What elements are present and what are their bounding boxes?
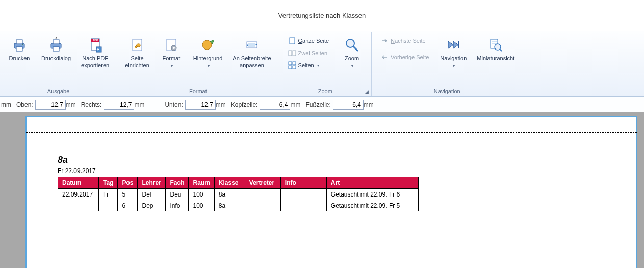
two-pages-button[interactable]: Zwei Seiten xyxy=(286,47,332,59)
page-wrench-icon xyxy=(129,37,145,53)
two-pages-label: Zwei Seiten xyxy=(298,50,328,56)
table-cell: Del xyxy=(138,189,166,200)
pages-dropdown[interactable]: Seiten ▾ xyxy=(286,60,332,71)
svg-rect-19 xyxy=(290,38,295,44)
print-dialog-button[interactable]: ? Druckdialog xyxy=(38,34,74,65)
table-cell: 6 xyxy=(118,200,138,211)
print-button[interactable]: Drucken xyxy=(4,34,35,65)
chevron-down-icon: ▾ xyxy=(171,64,173,68)
margin-footer-input[interactable] xyxy=(333,100,364,110)
svg-rect-25 xyxy=(293,66,296,69)
svg-rect-2 xyxy=(16,47,22,51)
window-title: Vertretungsliste nach Klassen xyxy=(278,12,366,19)
left-unit-fragment: mm xyxy=(1,101,11,108)
table-cell xyxy=(280,189,326,200)
table-header: Lehrer xyxy=(138,177,166,189)
table-header: Klasse xyxy=(214,177,245,189)
printer-question-icon: ? xyxy=(48,37,64,53)
ribbon: Drucken ? Druckdialog PDF Nach PDF expor… xyxy=(0,31,644,97)
prev-page-label: Vorherige Seite xyxy=(391,54,429,60)
arrow-left-icon xyxy=(380,53,389,61)
thumbnail-icon xyxy=(487,37,504,53)
next-page-button[interactable]: Nächste Seite xyxy=(378,35,431,46)
chevron-down-icon: ▾ xyxy=(317,63,319,68)
ribbon-group-zoom: Ganze Seite /*placeholder*/ Zwei Seiten … xyxy=(279,32,372,96)
svg-rect-20 xyxy=(289,51,292,56)
pdf-icon: PDF xyxy=(87,37,104,53)
margin-header-label: Kopfzeile: xyxy=(231,101,258,108)
svg-line-33 xyxy=(500,49,502,51)
window-title-bar: Vertretungsliste nach Klassen xyxy=(0,0,644,31)
table-cell: 5 xyxy=(118,189,138,200)
svg-point-3 xyxy=(22,44,23,45)
margin-right-label: Rechts: xyxy=(81,101,102,108)
ribbon-group-output: Drucken ? Druckdialog PDF Nach PDF expor… xyxy=(0,32,117,96)
paint-icon xyxy=(200,37,216,53)
table-cell xyxy=(99,200,118,211)
table-cell: Info xyxy=(166,200,189,211)
svg-rect-30 xyxy=(492,41,497,42)
page-single-icon xyxy=(288,37,296,45)
table-cell: Getauscht mit 22.09. Fr 5 xyxy=(326,200,418,211)
page-grid-icon xyxy=(288,61,296,69)
svg-rect-6 xyxy=(53,47,59,51)
background-button[interactable]: Hintergrund▾ xyxy=(190,34,226,72)
table-cell: 100 xyxy=(189,200,214,211)
table-cell xyxy=(280,200,326,211)
whole-page-button[interactable]: Ganze Seite /*placeholder*/ xyxy=(286,35,332,46)
table-header: Pos xyxy=(118,177,138,189)
fit-width-icon xyxy=(244,37,260,53)
table-header: Art xyxy=(326,177,418,189)
thumbnails-button[interactable]: Miniaturansicht xyxy=(473,34,518,65)
next-page-label: Nächste Seite xyxy=(391,38,426,44)
table-header: Fach xyxy=(166,177,189,189)
chevron-down-icon: ▾ xyxy=(208,64,210,68)
table-cell xyxy=(245,189,280,200)
page-double-icon xyxy=(288,49,296,57)
substitution-table: DatumTagPosLehrerFachRaumKlasseVertreter… xyxy=(58,177,419,211)
export-pdf-button[interactable]: PDF Nach PDF exportieren xyxy=(78,34,113,72)
margins-toolbar: mm Oben: mm Rechts: mm Unten: mm Kopfzei… xyxy=(0,97,644,112)
table-header: Raum xyxy=(189,177,214,189)
format-button[interactable]: Format▾ xyxy=(156,34,187,72)
svg-rect-18 xyxy=(248,43,255,47)
table-cell: Dep xyxy=(138,200,166,211)
svg-point-15 xyxy=(173,47,175,49)
table-cell xyxy=(245,200,280,211)
ribbon-group-label: Zoom xyxy=(284,87,368,95)
prev-page-button[interactable]: Vorherige Seite xyxy=(378,52,431,63)
fit-width-button[interactable]: An Seitenbreite anpassen xyxy=(229,34,274,72)
page-setup-button[interactable]: Seite einrichten xyxy=(121,34,153,72)
margin-right-input[interactable] xyxy=(104,100,134,110)
zoom-dialog-launcher[interactable]: ◢ xyxy=(363,88,370,95)
table-cell: 8a xyxy=(214,200,245,211)
table-cell: Deu xyxy=(166,189,189,200)
arrow-right-icon xyxy=(380,37,389,45)
margin-bottom-label: Unten: xyxy=(165,101,183,108)
table-cell: 22.09.2017 xyxy=(58,189,99,200)
preview-workspace: 8a Fr 22.09.2017 DatumTagPosLehrerFachRa… xyxy=(0,112,644,268)
page-gear-icon xyxy=(163,37,179,53)
margin-bottom-input[interactable] xyxy=(185,100,216,110)
svg-text:?: ? xyxy=(54,37,58,41)
ribbon-group-format: Seite einrichten Format▾ Hintergrund▾ An… xyxy=(117,32,279,96)
svg-rect-22 xyxy=(289,62,292,65)
table-cell: Fr xyxy=(99,189,118,200)
svg-line-27 xyxy=(353,46,357,51)
margin-top-input[interactable] xyxy=(35,100,66,110)
ribbon-group-label: Format xyxy=(121,87,274,95)
table-row: 6DepInfo1008aGetauscht mit 22.09. Fr 5 xyxy=(58,200,419,211)
margin-footer-label: Fußzeile: xyxy=(305,101,330,108)
zoom-button[interactable]: Zoom▾ xyxy=(337,34,367,72)
svg-rect-23 xyxy=(293,62,296,65)
table-cell xyxy=(58,200,99,211)
table-header: Datum xyxy=(58,177,99,189)
margin-top-label: Oben: xyxy=(16,101,33,108)
svg-rect-21 xyxy=(293,51,296,56)
navigation-button[interactable]: Navigation▾ xyxy=(436,34,470,72)
table-cell: Getauscht mit 22.09. Fr 6 xyxy=(326,189,418,200)
table-header: Tag xyxy=(99,177,118,189)
nav-fastforward-icon xyxy=(445,37,461,53)
margin-header-input[interactable] xyxy=(260,100,290,110)
table-cell: 100 xyxy=(189,189,214,200)
